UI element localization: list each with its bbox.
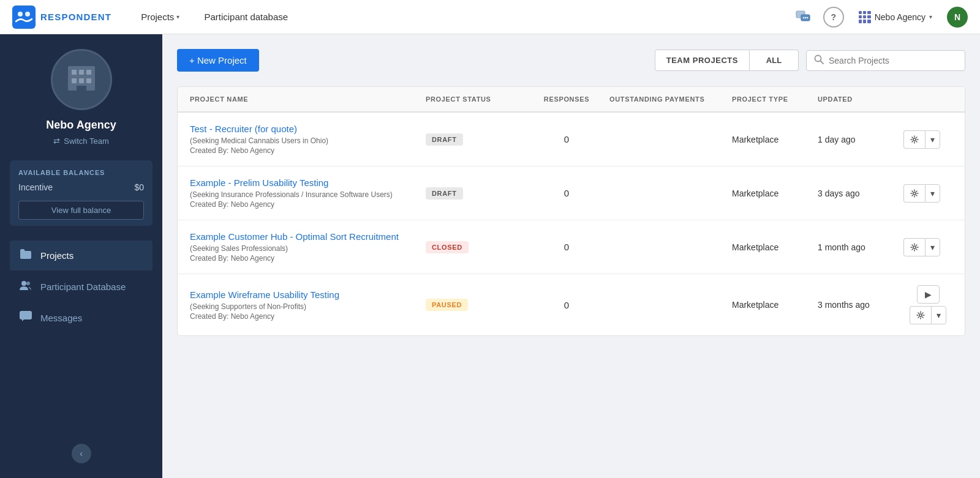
play-button-3[interactable]: ▶	[917, 285, 940, 304]
filter-team-projects-button[interactable]: TEAM PROJECTS	[655, 50, 750, 71]
view-full-balance-button[interactable]: View full balance	[18, 201, 144, 220]
col-project-type: PROJECT TYPE	[732, 95, 818, 103]
responses-count-1: 0	[524, 188, 609, 198]
project-subtitle-2: (Seeking Sales Professionals)	[190, 244, 426, 253]
svg-rect-9	[72, 70, 77, 75]
toolbar: + New Project TEAM PROJECTS ALL	[177, 49, 965, 72]
building-icon	[63, 60, 100, 99]
svg-point-24	[919, 314, 922, 316]
filter-group: TEAM PROJECTS ALL	[655, 50, 799, 71]
svg-point-7	[807, 17, 808, 18]
project-name-link-3[interactable]: Example Wireframe Usability Testing	[190, 289, 426, 300]
svg-point-21	[913, 138, 916, 141]
switch-team-button[interactable]: ⇄ Switch Team	[53, 136, 108, 146]
new-project-button[interactable]: + New Project	[177, 49, 259, 72]
search-input[interactable]	[829, 56, 957, 65]
sidebar-collapse-button[interactable]: ‹	[72, 444, 91, 463]
project-type-3: Marketplace	[732, 300, 818, 310]
incentive-amount: $0	[134, 182, 144, 192]
updated-time-3: 3 months ago	[818, 300, 903, 310]
project-created-1: Created By: Nebo Agency	[190, 200, 426, 209]
svg-line-20	[821, 61, 824, 64]
action-group-2: ▾	[903, 238, 952, 256]
project-name-link-0[interactable]: Test - Recruiter (for quote)	[190, 124, 426, 134]
responses-count-2: 0	[524, 242, 609, 252]
incentive-balance-row: Incentive $0	[18, 182, 144, 192]
people-icon	[18, 279, 33, 294]
col-updated: UPDATED	[818, 95, 903, 103]
project-created-2: Created By: Nebo Agency	[190, 254, 426, 263]
help-icon-button[interactable]: ?	[823, 7, 844, 28]
project-type-1: Marketplace	[732, 189, 818, 198]
svg-point-1	[18, 12, 23, 17]
project-subtitle-3: (Seeking Supporters of Non-Profits)	[190, 302, 426, 311]
table-header: PROJECT NAME PROJECT STATUS RESPONSES OU…	[178, 87, 965, 113]
svg-rect-0	[12, 6, 36, 29]
svg-point-17	[26, 282, 30, 285]
project-type-0: Marketplace	[732, 135, 818, 144]
project-name-cell: Example Customer Hub - Optimal Sort Recr…	[190, 231, 426, 263]
balances-title: AVAILABLE BALANCES	[18, 169, 144, 176]
dropdown-button-2[interactable]: ▾	[925, 238, 940, 256]
search-box	[806, 50, 965, 71]
col-outstanding-payments: OUTSTANDING PAYMENTS	[609, 95, 732, 103]
col-project-status: PROJECT STATUS	[426, 95, 524, 103]
switch-icon: ⇄	[53, 136, 60, 146]
table-row: Test - Recruiter (for quote) (Seeking Me…	[178, 113, 965, 166]
logo[interactable]: RESPONDENT	[12, 6, 111, 29]
settings-button-0[interactable]	[903, 130, 925, 149]
svg-rect-14	[86, 78, 91, 83]
table-row: Example - Prelim Usability Testing (Seek…	[178, 166, 965, 220]
responses-count-3: 0	[524, 300, 609, 310]
nav-participant-database[interactable]: Participant database	[199, 9, 293, 24]
settings-button-3[interactable]	[910, 306, 931, 324]
chat-icon-button[interactable]	[793, 7, 813, 28]
project-subtitle-1: (Seeking Insurance Professionals / Insur…	[190, 190, 426, 199]
col-responses: RESPONSES	[524, 95, 609, 103]
project-created-0: Created By: Nebo Agency	[190, 146, 426, 155]
settings-button-1[interactable]	[903, 184, 925, 203]
action-split-0: ▾	[903, 130, 940, 149]
chevron-down-icon: ▾	[176, 13, 179, 20]
status-badge-0: DRAFT	[426, 133, 463, 146]
status-badge-3: PAUSED	[426, 299, 468, 311]
dropdown-button-0[interactable]: ▾	[925, 130, 940, 149]
main-layout: Nebo Agency ⇄ Switch Team AVAILABLE BALA…	[0, 34, 980, 478]
svg-point-2	[25, 12, 30, 17]
svg-point-5	[803, 17, 804, 18]
project-status-cell-0: DRAFT	[426, 133, 524, 146]
filter-all-select[interactable]: ALL	[750, 50, 799, 71]
sidebar-nav: Projects Participant Database	[10, 241, 153, 334]
main-content: + New Project TEAM PROJECTS ALL	[162, 34, 980, 478]
nav-projects[interactable]: Projects ▾	[136, 9, 184, 24]
svg-point-23	[913, 246, 916, 248]
folder-icon	[18, 248, 33, 263]
incentive-label: Incentive	[18, 182, 53, 192]
svg-rect-11	[86, 70, 91, 75]
project-status-cell-2: CLOSED	[426, 241, 524, 253]
dropdown-button-3[interactable]: ▾	[931, 306, 946, 324]
project-name-cell: Example Wireframe Usability Testing (See…	[190, 289, 426, 321]
chevron-down-icon: ▾	[929, 13, 932, 20]
project-name-link-1[interactable]: Example - Prelim Usability Testing	[190, 177, 426, 188]
user-avatar[interactable]: N	[947, 7, 968, 28]
svg-point-16	[21, 281, 26, 286]
project-name-link-2[interactable]: Example Customer Hub - Optimal Sort Recr…	[190, 231, 426, 242]
agency-selector[interactable]: Nebo Agency ▾	[854, 9, 937, 26]
project-name-cell: Example - Prelim Usability Testing (Seek…	[190, 177, 426, 209]
svg-rect-13	[79, 78, 84, 83]
dropdown-button-1[interactable]: ▾	[925, 184, 940, 203]
sidebar-item-projects[interactable]: Projects	[10, 241, 153, 271]
svg-rect-15	[77, 86, 86, 91]
grid-icon	[859, 11, 871, 23]
sidebar-item-messages[interactable]: Messages	[10, 303, 153, 333]
table-row: Example Customer Hub - Optimal Sort Recr…	[178, 220, 965, 274]
svg-rect-18	[20, 311, 32, 319]
action-split-2: ▾	[903, 238, 940, 256]
sidebar-item-participant-database[interactable]: Participant Database	[10, 272, 153, 302]
action-split-3: ▾	[910, 306, 946, 324]
updated-time-1: 3 days ago	[818, 189, 903, 198]
settings-button-2[interactable]	[903, 238, 925, 256]
project-status-cell-3: PAUSED	[426, 299, 524, 311]
status-badge-1: DRAFT	[426, 187, 463, 200]
